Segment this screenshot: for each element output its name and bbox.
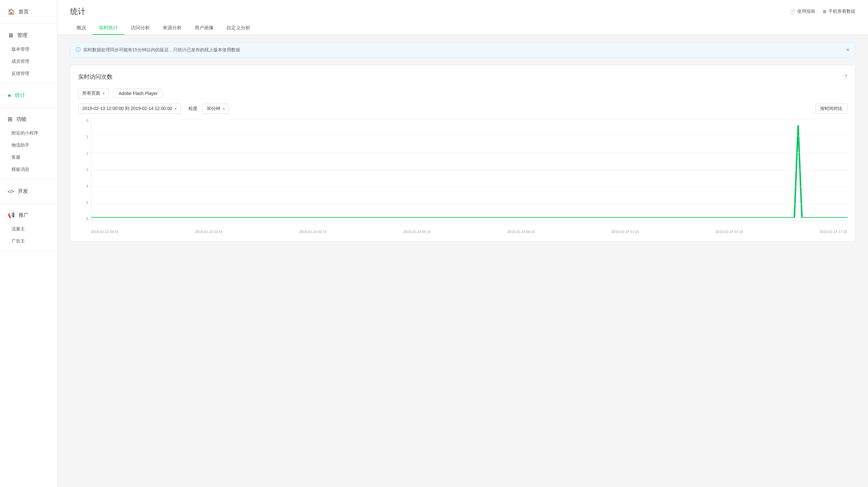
sidebar-sub-nearby[interactable]: 附近的小程序 [0, 127, 57, 139]
x-label-6: 2019-02-14 14:15 [716, 230, 743, 234]
date-range-value: 2019-02-13 12:00:00 到 2019-02-14 12:00:0… [82, 106, 172, 111]
y-label-6: 6 [78, 217, 90, 221]
tab-realtime[interactable]: 实时统计 [92, 22, 124, 35]
page-filter-select[interactable]: 所有页面 ▾ [78, 88, 109, 98]
x-label-7: 2019-02-14 17:15 [819, 230, 847, 234]
sidebar: 🏠 首页 🖥 管理 版本管理 成员管理 反馈管理 ● 统计 ⊞ 功能 附近的小程… [0, 0, 57, 487]
tab-custom-analysis[interactable]: 自定义分析 [220, 22, 257, 35]
sidebar-dev-label: 开发 [18, 188, 28, 195]
controls-row-1: 所有页面 ▾ Adobe Flash Player [78, 88, 847, 98]
sidebar-section-manage: 🖥 管理 版本管理 成员管理 反馈管理 [0, 24, 57, 84]
chart-grid [91, 119, 847, 221]
mobile-view-label: 手机查看数据 [829, 9, 855, 14]
page-filter-value: 所有页面 [82, 91, 100, 96]
sidebar-section-promote: 📢 推广 流量主 广告主 [0, 203, 57, 252]
y-label-0: 0 [78, 119, 90, 123]
granularity-label: 粒度 [188, 106, 197, 111]
realtime-visits-card: 实时访问次数 ? 所有页面 ▾ Adobe Flash Player 2019-… [70, 65, 855, 241]
sidebar-sub-logistics[interactable]: 物流助手 [0, 139, 57, 152]
sidebar-section-dev: </> 开发 [0, 180, 57, 203]
tab-overview[interactable]: 概况 [70, 22, 92, 35]
qr-icon: ⊞ [823, 9, 827, 14]
date-chevron-icon: ▾ [175, 106, 177, 111]
tab-source-analysis[interactable]: 来源分析 [156, 22, 188, 35]
user-guide-button[interactable]: 📄 使用指南 [790, 9, 815, 14]
sidebar-sub-version[interactable]: 版本管理 [0, 43, 57, 56]
help-icon[interactable]: ? [844, 74, 847, 80]
card-header: 实时访问次数 ? [78, 73, 847, 80]
doc-icon: 📄 [790, 9, 795, 14]
x-label-1: 2019-02-13 23:15 [195, 230, 223, 234]
tab-user-portrait[interactable]: 用户画像 [188, 22, 220, 35]
sidebar-item-manage[interactable]: 🖥 管理 [0, 28, 57, 43]
dev-icon: </> [8, 189, 14, 194]
sidebar-item-promote[interactable]: 📢 推广 [0, 207, 57, 223]
sidebar-stats-label: 统计 [15, 92, 25, 99]
sidebar-sub-members[interactable]: 成员管理 [0, 56, 57, 68]
sidebar-sub-service[interactable]: 客服 [0, 152, 57, 163]
sidebar-sub-template[interactable]: 模板消息 [0, 163, 57, 175]
header-actions: 📄 使用指南 ⊞ 手机查看数据 [790, 9, 855, 14]
header-top: 统计 📄 使用指南 ⊞ 手机查看数据 [70, 6, 855, 17]
sidebar-item-home[interactable]: 🏠 首页 [0, 4, 57, 20]
tab-visit-analysis[interactable]: 访问分析 [124, 22, 156, 35]
sidebar-sub-feedback[interactable]: 反馈管理 [0, 68, 57, 80]
granularity-chevron-icon: ▾ [223, 106, 225, 111]
sidebar-manage-label: 管理 [17, 32, 27, 39]
y-label-2: 2 [78, 152, 90, 156]
sidebar-features-label: 功能 [16, 116, 27, 123]
alert-left: ⓘ 实时数据处理同步可能有15分钟以内的延迟，只统计已发布的线上版本使用数据 [75, 46, 240, 53]
y-axis-labels: 6 5 4 3 2 1 0 [78, 119, 90, 221]
page-header: 统计 📄 使用指南 ⊞ 手机查看数据 概况 实时统计 访问分析 来源分析 用户画… [57, 0, 868, 35]
y-label-5: 5 [78, 201, 90, 205]
sidebar-item-features[interactable]: ⊞ 功能 [0, 111, 57, 127]
chevron-down-icon: ▾ [103, 91, 104, 96]
page-title: 统计 [70, 6, 86, 17]
y-label-3: 3 [78, 168, 90, 172]
y-label-4: 4 [78, 184, 90, 188]
tab-bar: 概况 实时统计 访问分析 来源分析 用户画像 自定义分析 [70, 22, 855, 34]
user-guide-label: 使用指南 [797, 9, 815, 14]
sidebar-home-label: 首页 [19, 9, 29, 15]
sidebar-item-dev[interactable]: </> 开发 [0, 184, 57, 199]
sidebar-sub-traffic[interactable]: 流量主 [0, 223, 57, 235]
flash-player-button[interactable]: Adobe Flash Player [114, 89, 162, 98]
mobile-view-button[interactable]: ⊞ 手机查看数据 [823, 9, 855, 14]
sidebar-section-stats: ● 统计 [0, 84, 57, 107]
x-label-4: 2019-02-14 08:15 [507, 230, 535, 234]
manage-icon: 🖥 [8, 32, 13, 39]
sidebar-sub-ads[interactable]: 广告主 [0, 235, 57, 247]
x-label-5: 2019-02-14 11:15 [611, 230, 639, 234]
sidebar-promote-label: 推广 [19, 212, 29, 219]
sidebar-item-stats[interactable]: ● 统计 [0, 88, 57, 103]
card-title: 实时访问次数 [78, 73, 113, 80]
grid-line-6 [91, 119, 847, 119]
alert-text: 实时数据处理同步可能有15分钟以内的延迟，只统计已发布的线上版本使用数据 [83, 47, 240, 53]
home-icon: 🏠 [8, 8, 15, 15]
features-icon: ⊞ [8, 116, 12, 123]
controls-row-2: 2019-02-13 12:00:00 到 2019-02-14 12:00:0… [78, 104, 847, 114]
granularity-value: 30分钟 [207, 106, 221, 111]
alert-close-button[interactable]: ✕ [846, 47, 850, 53]
y-label-1: 1 [78, 135, 90, 139]
sidebar-section-features: ⊞ 功能 附近的小程序 物流助手 客服 模板消息 [0, 107, 57, 180]
chart-container: 6 5 4 3 2 1 0 [78, 119, 847, 234]
content-area: ⓘ 实时数据处理同步可能有15分钟以内的延迟，只统计已发布的线上版本使用数据 ✕… [57, 35, 868, 487]
promote-icon: 📢 [8, 212, 15, 219]
x-label-0: 2019-02-13 20:15 [91, 230, 119, 234]
x-axis-labels: 2019-02-13 20:15 2019-02-13 23:15 2019-0… [91, 230, 847, 234]
x-label-3: 2019-02-14 05:15 [403, 230, 431, 234]
time-compare-button[interactable]: 按时间对比 [815, 104, 847, 114]
grid-line-4 [91, 153, 847, 153]
alert-banner: ⓘ 实时数据处理同步可能有15分钟以内的延迟，只统计已发布的线上版本使用数据 ✕ [70, 42, 855, 57]
date-range-picker[interactable]: 2019-02-13 12:00:00 到 2019-02-14 12:00:0… [78, 104, 181, 114]
granularity-select[interactable]: 30分钟 ▾ [203, 104, 229, 114]
sidebar-section-home: 🏠 首页 [0, 0, 57, 24]
grid-line-5 [91, 136, 847, 136]
x-label-2: 2019-02-14 02:15 [299, 230, 327, 234]
grid-line-3 [91, 170, 847, 170]
info-icon: ⓘ [75, 46, 81, 53]
grid-line-1 [91, 204, 847, 204]
stats-icon: ● [8, 92, 11, 99]
main-content: 统计 📄 使用指南 ⊞ 手机查看数据 概况 实时统计 访问分析 来源分析 用户画… [57, 0, 868, 487]
